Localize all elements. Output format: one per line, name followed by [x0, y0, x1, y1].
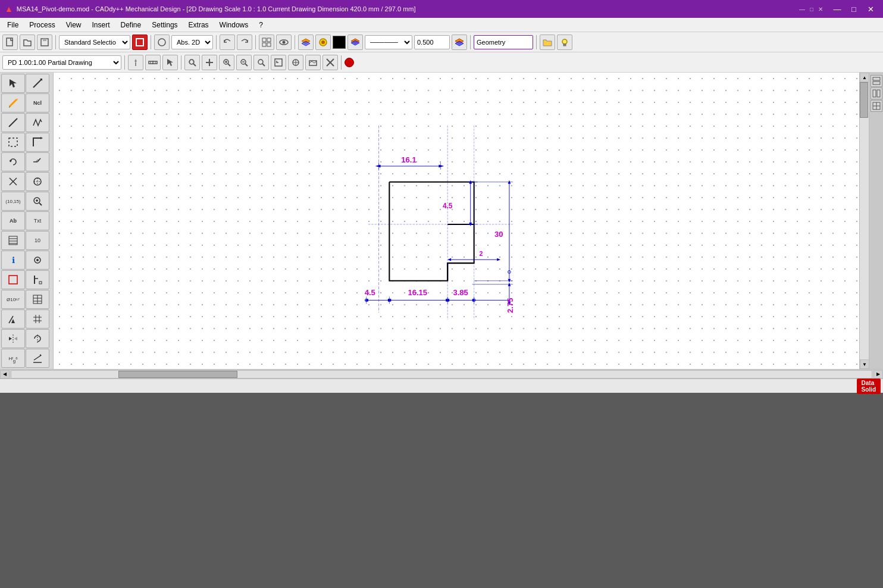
layer4-button[interactable] [452, 35, 467, 50]
zoom-other-button[interactable] [305, 55, 321, 70]
tool-pencil[interactable] [1, 93, 25, 112]
scroll-up-button[interactable]: ▲ [860, 73, 869, 82]
svg-point-10 [283, 40, 286, 43]
tool-select-arrow[interactable] [1, 74, 25, 93]
drawing-svg: 16.1 4.5 30 [54, 73, 859, 369]
svg-marker-83 [11, 319, 15, 323]
tool-coord[interactable]: (10,15) [1, 192, 25, 211]
tool-table[interactable] [26, 290, 49, 309]
trim-button[interactable] [322, 55, 338, 70]
bulb-button[interactable] [557, 35, 572, 50]
open-button[interactable] [20, 35, 35, 50]
zoom-out-button[interactable] [236, 55, 252, 70]
menu-extras[interactable]: Extras [184, 20, 214, 30]
tool-ncl[interactable]: Ncl [26, 93, 49, 112]
new-button[interactable] [2, 35, 18, 50]
sep1 [55, 35, 56, 49]
svg-line-50 [10, 99, 17, 107]
tool-diagonal[interactable] [26, 74, 49, 93]
snap-circle-button[interactable] [154, 35, 170, 50]
tool-arrow-down[interactable] [1, 309, 25, 329]
tool-hg[interactable]: Hfg6 [1, 349, 25, 368]
menu-define[interactable]: Define [116, 20, 146, 30]
measure-button[interactable] [145, 55, 161, 70]
v-scrollbar-track[interactable] [860, 82, 869, 359]
menu-help[interactable]: ? [254, 20, 268, 30]
menu-file[interactable]: File [2, 20, 23, 30]
coord-mode-dropdown[interactable]: Abs. 2D [171, 35, 213, 49]
tool-mirror[interactable] [1, 329, 25, 348]
layer1-button[interactable] [298, 35, 314, 50]
tool-text-txt[interactable]: Txt [26, 211, 49, 230]
pan-button[interactable] [202, 55, 217, 70]
inner-min-btn[interactable]: — [797, 6, 807, 12]
h-scrollbar-track[interactable] [11, 370, 872, 379]
tool-trim[interactable] [1, 172, 25, 191]
inner-restore-btn[interactable]: □ [808, 6, 815, 12]
tool-rotate[interactable] [1, 152, 25, 171]
tool-zoom-detail[interactable] [26, 192, 49, 211]
tool-node[interactable] [26, 251, 49, 270]
horizontal-scrollbar[interactable]: ◀ ▶ [0, 369, 883, 379]
visibility-button[interactable] [276, 35, 292, 50]
tool-rotate-sym[interactable] [26, 329, 49, 348]
zoom-in-button[interactable] [219, 55, 234, 70]
scroll-right-button[interactable]: ▶ [873, 370, 883, 379]
tool-rect-select[interactable] [1, 133, 25, 152]
tool-diameter[interactable]: Ø10h7 [1, 290, 25, 309]
redo-button[interactable] [237, 35, 252, 50]
line-weight-input[interactable]: 0.500 [414, 35, 450, 49]
tool-text-ab[interactable]: Ab [1, 211, 25, 230]
tool-info[interactable]: ℹ [1, 251, 25, 270]
geometry-input[interactable]: Geometry [474, 35, 533, 49]
menu-view[interactable]: View [61, 20, 86, 30]
tool-grid2[interactable] [26, 309, 49, 329]
v-scrollbar-thumb[interactable] [860, 82, 868, 118]
selection-rect-button[interactable] [132, 35, 148, 50]
vertical-scrollbar[interactable]: ▲ ▼ [859, 73, 869, 369]
zoom-mode-button[interactable] [288, 55, 303, 70]
folder-button[interactable] [540, 35, 555, 50]
tool-angle[interactable] [26, 152, 49, 171]
tool-circle[interactable] [26, 172, 49, 191]
layer3-button[interactable] [347, 35, 363, 50]
zoom-rect-button[interactable] [184, 55, 200, 70]
layout2-icon[interactable] [871, 87, 882, 99]
tool-zigzag[interactable] [26, 113, 49, 132]
close-button[interactable]: ✕ [863, 3, 878, 15]
canvas-area[interactable]: 16.1 4.5 30 [54, 73, 859, 369]
tool-f[interactable] [26, 270, 49, 289]
save-button[interactable] [37, 35, 52, 50]
arrow-select-button[interactable] [162, 55, 178, 70]
scroll-left-button[interactable]: ◀ [0, 370, 10, 379]
view-dropdown[interactable]: PD 1.00:1.00 Partial Drawing [2, 55, 121, 70]
undo-button[interactable] [220, 35, 235, 50]
h-scrollbar-thumb[interactable] [118, 371, 237, 378]
scroll-down-button[interactable]: ▼ [860, 359, 869, 369]
inner-close-btn[interactable]: ✕ [816, 6, 825, 12]
pin-button[interactable] [128, 55, 143, 70]
line-style-dropdown[interactable]: ────── - - - - ····· [365, 35, 412, 49]
zoom-fit-button[interactable] [271, 55, 286, 70]
svg-line-48 [33, 79, 42, 87]
color-swatch[interactable] [333, 36, 346, 49]
tool-unknown1[interactable] [26, 133, 49, 152]
layout3-icon[interactable] [871, 100, 882, 112]
grid-button[interactable] [259, 35, 274, 50]
selection-mode-dropdown[interactable]: Standard Selectio [59, 35, 130, 49]
minimize-button[interactable]: — [829, 3, 845, 15]
menu-windows[interactable]: Windows [215, 20, 253, 30]
menu-insert[interactable]: Insert [87, 20, 115, 30]
menu-process[interactable]: Process [24, 20, 60, 30]
maximize-button[interactable]: □ [846, 3, 862, 15]
layer2-button[interactable] [315, 35, 331, 50]
menu-settings[interactable]: Settings [147, 20, 182, 30]
tool-dim10[interactable]: 10 [26, 231, 49, 250]
tool-line[interactable] [1, 113, 25, 132]
zoom-window-button[interactable] [253, 55, 269, 70]
layout1-icon[interactable] [871, 75, 882, 87]
tool-box[interactable] [1, 270, 25, 289]
svg-marker-93 [40, 354, 42, 356]
tool-extra[interactable] [26, 349, 49, 368]
tool-hatch[interactable] [1, 231, 25, 250]
